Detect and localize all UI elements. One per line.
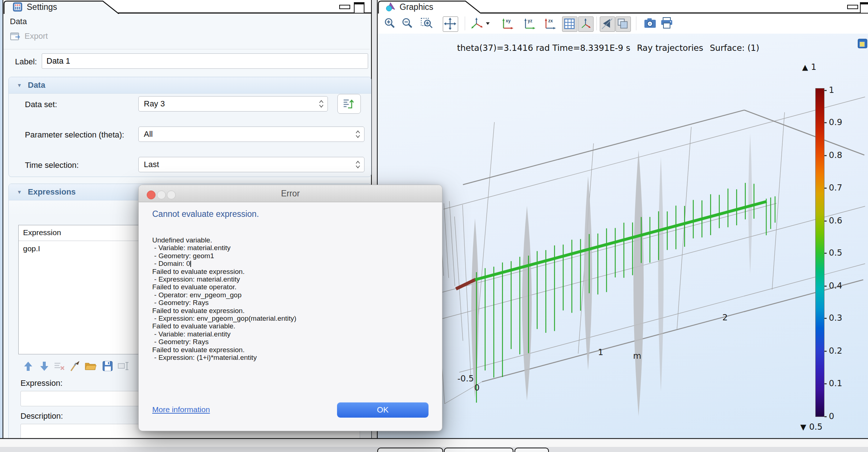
minimize-button[interactable] (847, 5, 858, 9)
toolbar-separator (636, 16, 636, 30)
error-heading: Cannot evaluate expression. (152, 209, 259, 219)
load-from-file-button[interactable] (84, 360, 97, 373)
zoom-box-icon (420, 16, 435, 31)
view-3d-axes-icon (470, 16, 491, 31)
error-detail-line: Failed to evaluate expression. (152, 307, 296, 314)
dataset-select[interactable]: Ray 3 (138, 96, 328, 112)
svg-text:zx: zx (548, 18, 553, 23)
export-label: Export (25, 31, 48, 41)
error-detail-line: Failed to evaluate expression. (152, 346, 296, 354)
tab-baseline (118, 12, 371, 14)
dataset-label: Data set: (25, 100, 57, 109)
arrow-down-icon (38, 360, 50, 373)
data-group-title: Data (28, 80, 45, 90)
label-input[interactable] (42, 53, 368, 69)
zoom-box-button[interactable] (420, 16, 435, 31)
toolbar-separator (465, 16, 465, 30)
export-icon (10, 31, 22, 42)
z-axis-tick: -0.5 (457, 374, 474, 383)
error-detail-line: - Operator: env_pgeom_gop (152, 291, 296, 299)
error-detail-line: Failed to evaluate expression. (152, 268, 296, 275)
scene-light-button[interactable] (600, 16, 615, 32)
dock-tab[interactable] (377, 448, 443, 452)
grid-icon (562, 17, 576, 31)
graphics-icon (386, 2, 396, 12)
error-detail-line: - Domain: 0 (152, 260, 296, 267)
graphics-tab-label: Graphics (400, 2, 433, 12)
data-group-header[interactable]: ▼ Data (9, 77, 371, 94)
maximize-button[interactable] (354, 2, 364, 14)
zoom-in-button[interactable] (383, 16, 397, 31)
colorbar-tick: 0.3 (829, 313, 842, 323)
save-to-file-button[interactable] (102, 360, 114, 373)
settings-tab-label: Settings (27, 2, 57, 12)
rename-button[interactable] (117, 360, 130, 373)
open-folder-icon (84, 360, 97, 373)
zoom-out-button[interactable] (400, 16, 415, 31)
view-zx-button[interactable]: zx (543, 16, 558, 31)
colorbar-max-arrow-icon: ▲ (802, 63, 808, 72)
dialog-titlebar[interactable]: Error (139, 185, 442, 202)
camera-icon (643, 16, 658, 30)
dock-tab[interactable] (515, 448, 549, 452)
parameter-select[interactable]: All (138, 127, 364, 142)
graphics-toolbar: xy yz zx (378, 14, 868, 34)
error-detail-line: - Variable: material.entity (152, 244, 296, 252)
export-button[interactable]: Export (10, 31, 83, 43)
image-snapshot-button[interactable] (643, 16, 658, 31)
axes-orientation-icon (579, 17, 592, 31)
parameter-label: Parameter selection (theta): (25, 130, 124, 140)
error-detail-line: - Expression: (1+i)*material.entity (152, 354, 296, 361)
error-detail-line: - Variable: material.entity (152, 330, 296, 338)
delete-list-icon (53, 360, 67, 373)
delete-row-button[interactable] (53, 360, 66, 373)
more-information-link[interactable]: More information (152, 405, 210, 414)
settings-tab-bar: Settings (3, 0, 371, 14)
3d-scene[interactable] (378, 34, 868, 438)
description-field-label: Description: (20, 411, 63, 421)
graphics-tab[interactable]: Graphics (378, 0, 482, 14)
plot-canvas[interactable]: theta(37)=3.1416 rad Time=8.3391E-9 sRay… (378, 34, 868, 438)
print-button[interactable] (660, 16, 675, 31)
show-grid-button[interactable] (562, 16, 577, 32)
expression-row-cell[interactable]: gop.I (23, 244, 40, 253)
transparency-button[interactable] (616, 16, 631, 32)
clear-table-button[interactable] (69, 360, 81, 373)
dock-tab[interactable] (444, 448, 513, 452)
transparency-icon (616, 17, 630, 31)
colorbar-tick: 0.8 (829, 150, 842, 160)
paintbrush-icon (69, 360, 81, 373)
show-axes-button[interactable] (578, 16, 594, 32)
plot-title: theta(37)=3.1416 rad Time=8.3391E-9 sRay… (400, 43, 817, 53)
colorbar-tick: 0.7 (829, 183, 842, 192)
zoom-extents-icon (443, 17, 457, 31)
view-yz-button[interactable]: yz (523, 16, 537, 31)
switch-dataset-icon (343, 98, 355, 110)
view-zx-icon: zx (543, 16, 558, 31)
svg-text:xy: xy (506, 18, 511, 23)
error-detail-line: Failed to evaluate variable. (152, 322, 296, 330)
scene-light-icon (600, 17, 614, 31)
ok-button[interactable]: OK (337, 402, 429, 418)
minimize-button[interactable] (339, 5, 350, 9)
colorbar-tick: 0.6 (829, 216, 842, 225)
time-select[interactable]: Last (138, 157, 364, 172)
view-xy-button[interactable]: xy (501, 16, 515, 31)
bottom-dock (0, 438, 868, 452)
switch-dataset-button[interactable] (337, 94, 361, 114)
x-axis-unit: m (633, 351, 641, 361)
colorbar-max-marker: ▲1 (802, 62, 816, 72)
print-icon (660, 16, 675, 30)
plot-tools-icon[interactable] (858, 39, 867, 48)
maximize-button[interactable] (860, 2, 868, 14)
colorbar-min-marker: ▼0.5 (800, 422, 823, 432)
error-details: Undefined variable. - Variable: material… (152, 236, 296, 362)
colorbar-tick: 0.1 (829, 378, 842, 388)
go-to-view-button[interactable] (470, 16, 491, 31)
zoom-extents-button[interactable] (443, 16, 458, 32)
settings-tab[interactable]: Settings (3, 0, 119, 14)
move-up-button[interactable] (22, 360, 34, 373)
move-down-button[interactable] (38, 360, 50, 373)
comsol-window: Settings Data Export Label: ▼ Data Data … (0, 0, 868, 452)
error-detail-line: - Geometry: geom1 (152, 252, 296, 260)
